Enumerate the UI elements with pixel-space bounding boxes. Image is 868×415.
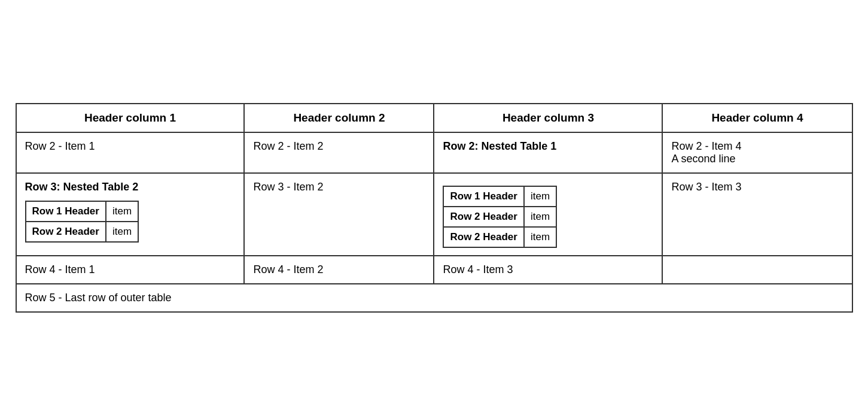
row4-item1: Row 4 - Item 1	[16, 256, 245, 284]
nested1-row1-item: item	[524, 186, 556, 207]
nested-table-1: Row 1 Header item Row 2 Header item Row …	[443, 186, 557, 248]
row5-content: Row 5 - Last row of outer table	[16, 284, 852, 312]
row4-item4	[662, 256, 852, 284]
row3: Row 3: Nested Table 2 Row 1 Header item …	[16, 173, 852, 256]
nested1-row1-header: Row 1 Header	[443, 186, 523, 207]
nested2-row1: Row 1 Header item	[26, 201, 139, 222]
row5: Row 5 - Last row of outer table	[16, 284, 852, 312]
row2-item4-line2: A second line	[671, 153, 735, 165]
row2-item2: Row 2 - Item 2	[244, 132, 434, 173]
row3-nested2-label: Row 3: Nested Table 2	[25, 181, 236, 193]
nested1-row3-header: Row 2 Header	[443, 227, 523, 247]
row2-item1: Row 2 - Item 1	[16, 132, 245, 173]
outer-table: Header column 1 Header column 2 Header c…	[16, 103, 853, 313]
nested-table-2: Row 1 Header item Row 2 Header item	[25, 201, 139, 243]
row2-item4-line1: Row 2 - Item 4	[671, 140, 741, 152]
row4: Row 4 - Item 1 Row 4 - Item 2 Row 4 - It…	[16, 256, 852, 284]
row3-item1: Row 3: Nested Table 2 Row 1 Header item …	[16, 173, 245, 256]
row3-item2: Row 3 - Item 2	[244, 173, 434, 256]
nested1-row3: Row 2 Header item	[443, 227, 556, 247]
nested2-row2-item: item	[106, 222, 138, 242]
nested2-row1-item: item	[106, 201, 138, 222]
nested2-row1-header: Row 1 Header	[26, 201, 106, 222]
row4-item3: Row 4 - Item 3	[434, 256, 662, 284]
row2-item4: Row 2 - Item 4 A second line	[662, 132, 852, 173]
row4-item2: Row 4 - Item 2	[244, 256, 434, 284]
row2: Row 2 - Item 1 Row 2 - Item 2 Row 2: Nes…	[16, 132, 852, 173]
row3-item4: Row 3 - Item 3	[662, 173, 852, 256]
row3-item3: Row 1 Header item Row 2 Header item Row …	[434, 173, 662, 256]
row2-nested-label: Row 2: Nested Table 1	[443, 140, 556, 152]
nested2-row2: Row 2 Header item	[26, 222, 139, 242]
nested1-row2: Row 2 Header item	[443, 207, 556, 227]
row2-item3: Row 2: Nested Table 1	[434, 132, 662, 173]
nested1-row1: Row 1 Header item	[443, 186, 556, 207]
header-col1: Header column 1	[16, 104, 245, 132]
header-col2: Header column 2	[244, 104, 434, 132]
nested2-row2-header: Row 2 Header	[26, 222, 106, 242]
nested1-row3-item: item	[524, 227, 556, 247]
header-col4: Header column 4	[662, 104, 852, 132]
header-row: Header column 1 Header column 2 Header c…	[16, 104, 852, 132]
nested1-row2-header: Row 2 Header	[443, 207, 523, 227]
header-col3: Header column 3	[434, 104, 662, 132]
nested1-row2-item: item	[524, 207, 556, 227]
